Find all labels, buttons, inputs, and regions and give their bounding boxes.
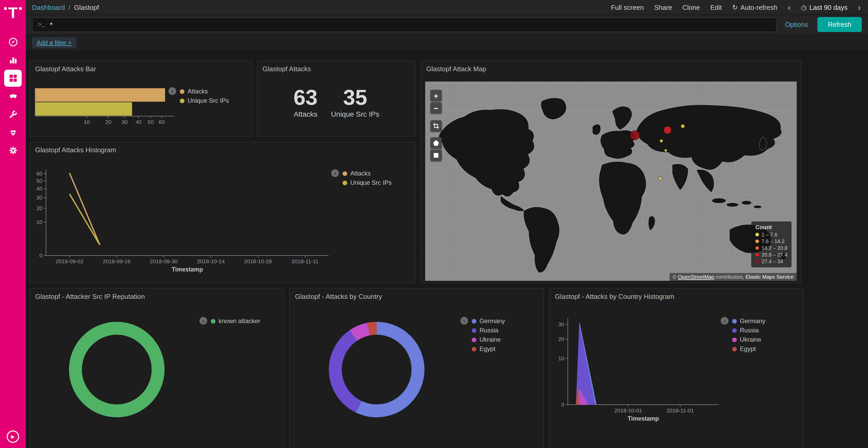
attribution-suffix: contributors, bbox=[714, 274, 746, 280]
edit-button[interactable]: Edit bbox=[710, 3, 722, 11]
sidebar-item-timelion[interactable] bbox=[4, 87, 22, 105]
attack-location-marker[interactable] bbox=[660, 139, 663, 142]
sidebar-item-dashboard[interactable] bbox=[4, 70, 22, 87]
legend-item[interactable]: Russia bbox=[732, 326, 766, 335]
map-legend-color-dot bbox=[755, 233, 759, 236]
auto-refresh-button[interactable]: ↻Auto-refresh bbox=[732, 3, 777, 11]
refresh-button[interactable]: Refresh bbox=[817, 17, 862, 32]
attack-map[interactable]: + − Count 1 – 7.67.6 – 14.214.2 – 20.820… bbox=[425, 81, 797, 281]
clock-icon: ◷ bbox=[801, 3, 807, 11]
legend-item[interactable]: known attacker bbox=[211, 316, 260, 326]
legend-item[interactable]: Egypt bbox=[732, 344, 766, 353]
legend: › known attacker bbox=[199, 316, 260, 326]
query-bar: >_ * Options Refresh bbox=[26, 14, 868, 34]
clone-button[interactable]: Clone bbox=[683, 3, 700, 11]
metric-unique-src-ips: 35 Unique Src IPs bbox=[331, 86, 379, 118]
map-legend-label: 20.8 – 27.4 bbox=[762, 252, 787, 257]
legend-color-dot bbox=[472, 347, 476, 351]
attacks-bar-chart[interactable]: 102030405060 bbox=[34, 84, 179, 138]
legend-item[interactable]: Ukraine bbox=[732, 335, 766, 344]
attack-location-marker[interactable] bbox=[665, 149, 667, 151]
filter-bar: Add a filter + bbox=[26, 34, 868, 51]
legend-item[interactable]: Germany bbox=[472, 316, 505, 326]
zoom-in-button[interactable]: + bbox=[430, 90, 442, 101]
time-range-picker[interactable]: ◷Last 90 days bbox=[801, 3, 847, 11]
attack-location-marker[interactable] bbox=[681, 125, 685, 128]
attack-location-marker[interactable] bbox=[664, 127, 671, 134]
country-area-chart[interactable]: 01020302018-10-012018-11-01Timestamp bbox=[556, 310, 726, 421]
fullscreen-button[interactable]: Full screen bbox=[611, 3, 644, 11]
telekom-logo[interactable]: T bbox=[4, 5, 22, 25]
panel-src-ip-reputation: Glastopf - Attacker Src IP Reputation › … bbox=[29, 288, 284, 448]
search-input[interactable]: >_ * bbox=[32, 17, 777, 32]
legend-item[interactable]: Germany bbox=[732, 316, 766, 326]
legend-toggle-icon[interactable]: › bbox=[199, 317, 207, 325]
map-legend-row: 14.2 – 20.8 bbox=[755, 245, 787, 251]
attack-location-marker[interactable] bbox=[659, 177, 662, 180]
panel-title: Glastopf Attacks Histogram bbox=[30, 142, 415, 156]
sidebar-item-management[interactable] bbox=[4, 141, 22, 160]
map-legend-row: 7.6 – 14.2 bbox=[755, 238, 787, 245]
mask-icon bbox=[8, 91, 18, 101]
svg-text:60: 60 bbox=[159, 119, 164, 125]
crop-tool-button[interactable] bbox=[430, 120, 442, 132]
metric-label: Unique Src IPs bbox=[331, 110, 379, 118]
legend-toggle-icon[interactable]: › bbox=[331, 169, 339, 177]
map-legend-color-dot bbox=[755, 253, 759, 256]
sidebar-item-monitoring[interactable] bbox=[4, 123, 22, 141]
legend-item[interactable]: Attacks bbox=[343, 169, 392, 178]
legend-label: Ukraine bbox=[479, 336, 501, 343]
dashboard-icon bbox=[8, 73, 18, 83]
map-legend-label: 27.4 – 34 bbox=[762, 259, 783, 264]
attacks-histogram-chart[interactable]: 01020304050602018-09-022018-09-162018-09… bbox=[35, 166, 345, 275]
query-prompt-icon: >_ bbox=[38, 21, 45, 28]
draw-polygon-button[interactable] bbox=[430, 137, 442, 149]
legend-toggle-icon[interactable]: › bbox=[460, 317, 468, 325]
legend-item[interactable]: Ukraine bbox=[472, 335, 505, 344]
map-legend-title: Count bbox=[755, 224, 787, 230]
svg-text:2018-10-28: 2018-10-28 bbox=[244, 258, 272, 264]
svg-text:10: 10 bbox=[558, 355, 564, 361]
attack-location-marker[interactable] bbox=[630, 131, 640, 140]
svg-text:20: 20 bbox=[105, 119, 111, 125]
legend-toggle-icon[interactable]: › bbox=[721, 317, 728, 325]
legend-label: known attacker bbox=[219, 317, 260, 325]
svg-text:30: 30 bbox=[36, 195, 42, 201]
legend-item[interactable]: Attacks bbox=[180, 87, 229, 96]
refresh-cycle-icon: ↻ bbox=[732, 3, 738, 11]
draw-rectangle-button[interactable] bbox=[430, 150, 442, 161]
svg-text:40: 40 bbox=[36, 185, 42, 192]
add-filter-link[interactable]: Add a filter + bbox=[32, 37, 76, 48]
sidebar-item-visualize[interactable] bbox=[4, 51, 22, 69]
zoom-out-button[interactable]: − bbox=[430, 102, 442, 113]
share-button[interactable]: Share bbox=[654, 3, 672, 11]
compass-icon bbox=[8, 37, 18, 47]
wrench-icon bbox=[8, 109, 18, 119]
legend-color-dot bbox=[732, 319, 737, 323]
time-forward-chevron[interactable]: › bbox=[858, 3, 861, 12]
map-legend-row: 1 – 7.6 bbox=[755, 231, 787, 238]
legend-item[interactable]: Unique Src IPs bbox=[180, 96, 229, 105]
map-legend-row: 27.4 – 34 bbox=[755, 258, 787, 265]
panel-title: Glastopf Attack Map bbox=[421, 61, 801, 75]
logo-dot bbox=[4, 7, 7, 10]
country-donut-chart[interactable] bbox=[328, 320, 426, 419]
breadcrumb-dashboard-link[interactable]: Dashboard bbox=[32, 3, 65, 11]
time-back-chevron[interactable]: ‹ bbox=[788, 3, 790, 12]
legend-item[interactable]: Russia bbox=[472, 326, 505, 335]
panel-attacks-histogram: Glastopf Attacks Histogram 0102030405060… bbox=[29, 141, 416, 283]
legend-item[interactable]: Unique Src IPs bbox=[343, 178, 392, 187]
reputation-donut-chart[interactable] bbox=[68, 320, 166, 419]
sidebar-item-devtools[interactable] bbox=[4, 105, 22, 123]
legend-toggle-icon[interactable]: › bbox=[168, 87, 176, 95]
options-link[interactable]: Options bbox=[785, 21, 808, 28]
legend-item[interactable]: Egypt bbox=[472, 344, 505, 353]
legend-label: Russia bbox=[740, 327, 759, 334]
sidebar-collapse-toggle[interactable]: ▶ bbox=[7, 430, 19, 443]
nav-actions: Full screen Share Clone Edit ↻Auto-refre… bbox=[611, 3, 861, 12]
openstreetmap-link[interactable]: OpenStreetMap bbox=[678, 274, 714, 280]
legend-label: Attacks bbox=[350, 170, 371, 177]
metric-value: 35 bbox=[331, 86, 379, 109]
sidebar-item-discover[interactable] bbox=[4, 33, 22, 51]
sidebar-nav bbox=[4, 33, 22, 160]
